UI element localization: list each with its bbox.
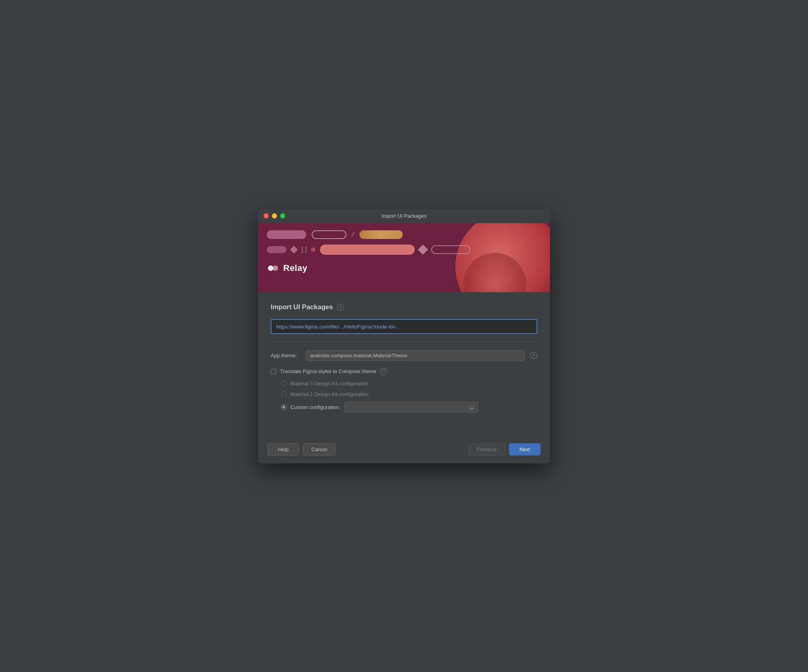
bottom-left-buttons: Help Cancel — [267, 443, 335, 455]
relay-brand-name: Relay — [283, 263, 307, 273]
translate-checkbox[interactable] — [271, 369, 276, 374]
relay-icon — [267, 262, 279, 274]
relay-logo: Relay — [267, 262, 541, 274]
window-title: Import UI Packages — [382, 213, 426, 219]
deco-brackets: [ ] — [301, 246, 307, 253]
radio-material2-label: Material 2 Design Kit configuration — [290, 391, 368, 397]
svg-point-0 — [268, 265, 273, 271]
next-button[interactable]: Next — [509, 443, 541, 455]
main-content: Import UI Packages ? App theme: ? Transl… — [258, 292, 550, 420]
section-title-row: Import UI Packages ? — [271, 303, 537, 311]
deco-diamond1 — [290, 246, 298, 254]
radio-material3-label: Material 3 Design Kit configuration — [290, 381, 368, 386]
section-title: Import UI Packages — [271, 303, 333, 311]
radio-options-group: Material 3 Design Kit configuration Mate… — [271, 381, 537, 413]
translate-checkbox-row: Translate Figma styles to Compose theme … — [271, 368, 537, 375]
radio-row-material3: Material 3 Design Kit configuration — [281, 381, 537, 386]
app-theme-row: App theme: ? — [271, 350, 537, 361]
deco-pill-salmon — [320, 245, 415, 255]
app-theme-input[interactable] — [306, 350, 525, 361]
translate-help-icon[interactable]: ? — [380, 368, 387, 375]
radio-custom-label: Custom configuration: — [290, 404, 340, 410]
radio-row-custom: Custom configuration: 🗂 — [281, 402, 537, 413]
banner-decoration-row2: [ ] — [267, 245, 541, 255]
window-controls — [264, 213, 285, 218]
bottom-right-buttons: Previous Next — [468, 443, 541, 455]
deco-pill-pink — [267, 230, 306, 239]
app-theme-label: App theme: — [271, 353, 300, 358]
minimize-button[interactable] — [272, 213, 277, 218]
radio-row-material2: Material 2 Design Kit configuration — [281, 391, 537, 397]
custom-config-input[interactable] — [348, 404, 469, 410]
bottom-bar: Help Cancel Previous Next — [258, 436, 550, 463]
help-button[interactable]: Help — [267, 443, 299, 455]
svg-point-1 — [273, 265, 278, 271]
deco-slash: / — [351, 230, 355, 239]
title-bar: Import UI Packages — [258, 209, 550, 223]
url-input-wrapper[interactable] — [271, 319, 537, 334]
cancel-button[interactable]: Cancel — [303, 443, 335, 455]
deco-diamond2 — [418, 245, 428, 254]
deco-pill-small — [267, 246, 286, 253]
radio-material3[interactable] — [281, 381, 286, 386]
main-window: Import UI Packages / [ ] — [258, 209, 550, 463]
folder-browse-icon[interactable]: 🗂 — [469, 404, 475, 411]
url-input[interactable] — [276, 324, 532, 330]
close-button[interactable] — [264, 213, 269, 218]
custom-config-input-wrapper[interactable]: 🗂 — [344, 402, 478, 413]
hero-banner: / [ ] Relay — [258, 223, 550, 292]
deco-pill-outline-sm — [431, 245, 471, 254]
section-help-icon[interactable]: ? — [337, 304, 344, 311]
radio-custom[interactable] — [281, 404, 286, 410]
divider — [271, 342, 537, 342]
banner-decoration-row1: / — [267, 230, 541, 239]
app-theme-help-icon[interactable]: ? — [530, 352, 537, 359]
radio-material2[interactable] — [281, 391, 286, 397]
translate-checkbox-label: Translate Figma styles to Compose theme — [280, 368, 376, 374]
deco-pill-outline — [312, 230, 346, 239]
deco-square — [311, 248, 315, 252]
previous-button[interactable]: Previous — [468, 443, 505, 455]
deco-pill-gradient — [359, 230, 403, 239]
maximize-button[interactable] — [280, 213, 285, 218]
